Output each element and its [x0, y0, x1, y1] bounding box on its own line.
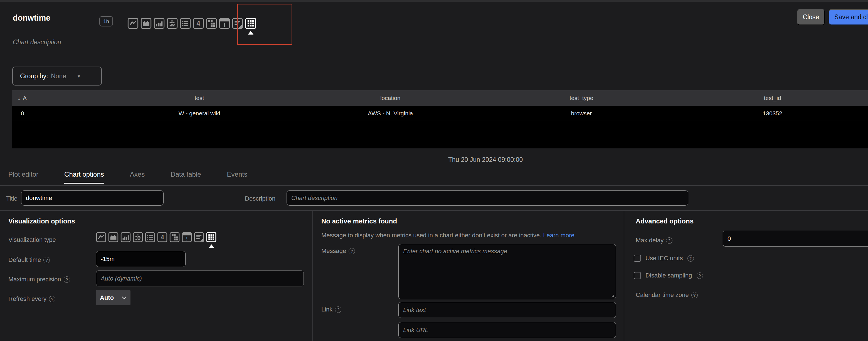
area-chart-icon[interactable] — [141, 18, 152, 29]
help-icon[interactable]: ? — [43, 257, 50, 263]
help-icon[interactable]: ? — [349, 248, 355, 254]
single-value-icon[interactable]: 4 — [193, 18, 204, 29]
use-iec-units-row: Use IEC units ? — [634, 255, 694, 262]
cell-index: 0 — [12, 110, 104, 117]
svg-text:4: 4 — [160, 234, 164, 241]
table-chart-icon[interactable] — [206, 232, 216, 243]
tab-data-table[interactable]: Data table — [170, 170, 201, 183]
help-icon[interactable]: ? — [666, 237, 673, 244]
event-feed-icon[interactable]: ! — [219, 18, 230, 29]
caret-down-icon: ▼ — [77, 74, 81, 79]
list-chart-icon[interactable] — [145, 232, 155, 243]
table-header-test-type[interactable]: test_type — [486, 95, 677, 102]
sort-descending-icon: ↓ — [18, 94, 21, 102]
no-active-metrics-description: Message to display when metrics used in … — [321, 232, 575, 239]
help-icon[interactable]: ? — [49, 296, 55, 302]
message-textarea-wrap — [398, 244, 616, 299]
description-label: Description — [245, 195, 275, 202]
tab-events[interactable]: Events — [227, 170, 247, 183]
group-by-dropdown[interactable]: Group by: None ▼ — [12, 66, 102, 86]
group-by-label: Group by: — [20, 73, 48, 80]
table-header-row: ↓ A test location test_type test_id — [12, 90, 868, 106]
refresh-every-value: Auto — [100, 294, 114, 302]
viz-type-toolbar: 4 ! — [127, 18, 256, 29]
help-icon[interactable]: ? — [696, 273, 703, 279]
maximum-precision-label: Maximum precision ? — [8, 276, 70, 283]
message-label: Message ? — [321, 247, 355, 255]
histogram-icon[interactable] — [133, 232, 143, 243]
cell-test: W - general wiki — [104, 110, 295, 117]
table-header-sort[interactable]: ↓ A — [12, 94, 104, 102]
tabs-divider — [0, 185, 868, 186]
table-row[interactable]: 0 W - general wiki AWS - N. Virginia bro… — [12, 106, 868, 121]
column-chart-icon[interactable] — [121, 232, 131, 243]
sort-column-label: A — [23, 95, 27, 102]
max-delay-label: Max delay ? — [636, 237, 673, 244]
title-row-divider — [0, 210, 868, 211]
single-value-icon[interactable]: 4 — [157, 232, 167, 243]
list-chart-icon[interactable] — [180, 18, 191, 29]
description-input[interactable] — [286, 190, 688, 206]
chart-timestamp: Thu 20 Jun 2024 09:00:00 — [448, 156, 523, 164]
message-textarea[interactable] — [398, 244, 616, 299]
table-body: 0 W - general wiki AWS - N. Virginia bro… — [12, 106, 868, 148]
link-text-input[interactable] — [398, 302, 616, 318]
visualization-type-label: Visualization type — [8, 236, 56, 244]
line-chart-icon[interactable] — [127, 18, 138, 29]
no-active-metrics-heading: No active metrics found — [321, 217, 397, 225]
link-label: Link ? — [321, 306, 341, 313]
refresh-every-select[interactable]: Auto — [96, 290, 130, 305]
help-icon[interactable]: ? — [64, 276, 70, 283]
svg-text:4: 4 — [196, 20, 200, 27]
table-header-location[interactable]: location — [295, 95, 486, 102]
maximum-precision-input[interactable] — [96, 271, 304, 286]
text-note-icon[interactable] — [194, 232, 204, 243]
column-divider-2 — [624, 211, 624, 341]
event-feed-icon[interactable]: ! — [182, 232, 192, 243]
help-icon[interactable]: ? — [335, 307, 341, 313]
svg-text:!: ! — [186, 236, 187, 241]
use-iec-units-checkbox[interactable] — [634, 255, 641, 262]
table-header-test[interactable]: test — [104, 95, 295, 102]
svg-text:!: ! — [224, 22, 226, 28]
group-by-value: None — [51, 73, 66, 80]
cell-test-id: 130352 — [677, 110, 868, 117]
visualization-options-heading: Visualization options — [8, 217, 75, 225]
histogram-icon[interactable] — [167, 18, 178, 29]
use-iec-units-label: Use IEC units — [645, 255, 683, 262]
advanced-options-heading: Advanced options — [636, 217, 693, 225]
time-range-badge[interactable]: 1h — [99, 16, 113, 26]
close-button[interactable]: Close — [797, 9, 825, 25]
heatmap-icon[interactable] — [206, 18, 217, 29]
link-url-input[interactable] — [398, 322, 616, 338]
chart-title: donwtime — [13, 13, 50, 23]
max-delay-input[interactable] — [723, 231, 868, 247]
tab-chart-options[interactable]: Chart options — [64, 170, 104, 183]
table-chart-icon[interactable] — [245, 18, 256, 29]
area-chart-icon[interactable] — [108, 232, 119, 243]
learn-more-link[interactable]: Learn more — [543, 232, 575, 239]
text-note-icon[interactable] — [232, 18, 243, 29]
tab-plot-editor[interactable]: Plot editor — [8, 170, 38, 183]
table-header-test-id[interactable]: test_id — [677, 95, 868, 102]
column-chart-icon[interactable] — [154, 18, 165, 29]
tab-axes[interactable]: Axes — [130, 170, 145, 183]
disable-sampling-row: Disable sampling ? — [634, 272, 703, 279]
line-chart-icon[interactable] — [96, 232, 106, 243]
default-time-label: Default time ? — [8, 256, 50, 263]
title-label: Title — [6, 195, 18, 202]
heatmap-icon[interactable] — [169, 232, 180, 243]
disable-sampling-checkbox[interactable] — [634, 272, 641, 279]
refresh-every-label: Refresh every ? — [8, 295, 55, 303]
default-time-input[interactable] — [96, 251, 186, 267]
cell-test-type: browser — [486, 110, 677, 117]
chart-editor-window: donwtime 1h Chart description 4 ! — [0, 0, 868, 341]
top-strip — [0, 0, 868, 2]
help-icon[interactable]: ? — [687, 255, 694, 262]
disable-sampling-label: Disable sampling — [645, 272, 692, 279]
title-input[interactable] — [21, 190, 163, 206]
help-icon[interactable]: ? — [691, 292, 698, 299]
calendar-time-zone-label: Calendar time zone ? — [636, 291, 698, 299]
chevron-down-icon — [122, 296, 127, 300]
save-and-close-button[interactable]: Save and close — [829, 9, 868, 25]
